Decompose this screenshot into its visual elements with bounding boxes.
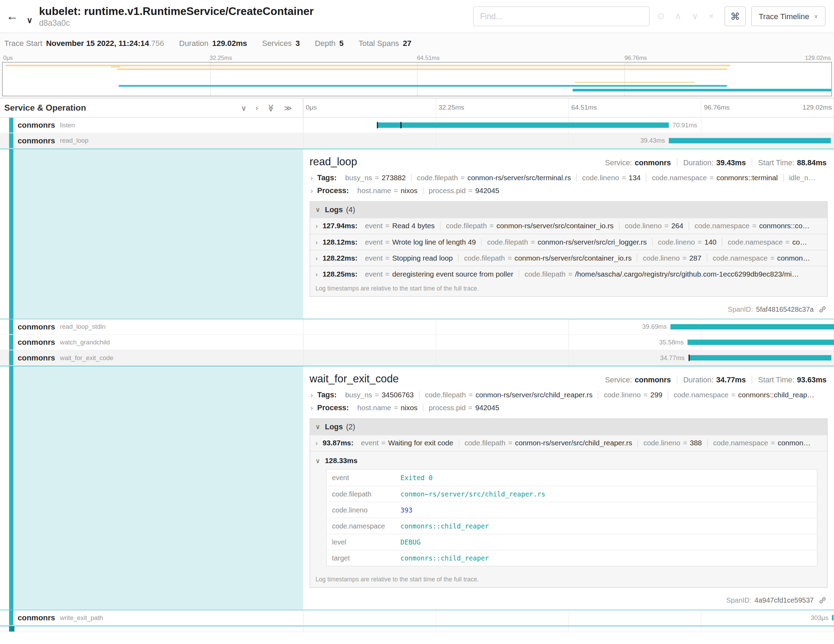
indent-fill [13,366,303,610]
span-name-cell[interactable]: conmonrs listen [0,118,303,133]
tags-row[interactable]: › Tags: busy_ns=273882code.filepath=conm… [310,173,828,182]
chevron-right-icon: › [310,186,313,194]
log-field-key: code.namespace [713,439,768,447]
span-track[interactable]: 35.58ms [303,335,834,350]
span-track[interactable]: 70.91ms [303,118,834,133]
table-row-partial[interactable] [0,626,834,632]
locate-icon[interactable]: ⊙ [657,11,664,22]
span-bar[interactable] [377,123,669,128]
span-bar[interactable] [669,138,831,143]
tags-row[interactable]: › Tags: busy_ns=34506763code.filepath=co… [310,390,828,399]
prev-match-icon[interactable]: ∧ [675,11,681,22]
logs-list: › 127.94ms: event=Read 4 bytescode.filep… [310,218,827,282]
span-detail-panel: read_loop Service:conmonrsDuration:39.43… [303,149,834,319]
log-field-value: conmon… [777,254,810,262]
log-field-value: co… [792,238,807,246]
log-field-value: conmon-rs/server/src/child_reaper.rs [515,439,632,447]
log-field-key: code.filepath [326,487,395,502]
span-bar[interactable] [688,340,834,345]
span-track[interactable]: 303μs [303,610,834,625]
span-name-cell[interactable]: conmonrs watch_grandchild [0,335,303,350]
table-row[interactable]: conmonrs listen 70.91ms [0,118,834,133]
summary-item: Total Spans27 [359,39,411,47]
timeline-header: Service & Operation ∨ › ≫ ≫ 0μs32.25ms64… [0,99,834,118]
table-row[interactable]: conmonrs read_loop 39.43ms [0,133,834,149]
keyboard-shortcuts-button[interactable]: ⌘ [724,6,746,26]
process-key: process.pid [429,404,466,412]
log-fields: event=Stopping read loopcode.filepath=co… [360,254,816,262]
table-row[interactable]: conmonrs read_loop_stdin 39.69ms [0,319,834,335]
back-button[interactable]: ← [0,0,25,33]
span-bar[interactable] [832,615,834,620]
next-match-icon[interactable]: ∨ [692,11,698,22]
summary-value: 5 [339,39,343,47]
span-tree-indent [0,149,303,319]
span-track[interactable]: 34.77ms [303,350,834,365]
process-value: nixos [401,186,417,194]
log-field-value: conmon… [777,439,811,447]
logs-footer-note: Log timestamps are relative to the start… [310,282,827,296]
minimap-canvas[interactable] [2,62,832,96]
log-field-row: code.filepath conmon−rs/server/src/child… [326,486,817,502]
log-pair: code.namespace=conmon… [707,439,816,447]
span-name-cell[interactable]: conmonrs wait_for_exit_code [0,350,303,365]
logs-header[interactable]: ∨ Logs (2) [310,419,827,435]
span-color-bar [9,335,13,350]
span-track[interactable]: 39.69ms [303,319,834,334]
minimap-tick-label: 0μs [3,55,13,61]
link-icon[interactable] [818,306,826,314]
equals-sign: = [770,254,774,262]
logs-title: Logs [325,422,343,431]
summary-label: Trace Start [4,39,42,47]
detail-title-row: wait_for_exit_code Service:conmonrsDurat… [310,373,828,385]
service-name: conmonrs [18,353,55,362]
log-field-key: code.namespace [695,222,750,230]
link-icon[interactable] [818,596,826,604]
log-entry[interactable]: › 93.87ms: event=Waiting for exit codeco… [310,435,827,451]
summary-item: Depth5 [315,39,344,47]
process-row[interactable]: › Process: host.name=nixosprocess.pid=94… [310,403,828,412]
log-entry[interactable]: › 127.94ms: event=Read 4 bytescode.filep… [310,218,827,234]
span-detail-wait-for-exit-code: wait_for_exit_code Service:conmonrsDurat… [0,366,834,610]
log-entry[interactable]: › 128.25ms: event=deregistering event so… [310,266,827,282]
span-name-cell[interactable]: conmonrs read_loop_stdin [0,319,303,334]
title-chevron-down-icon[interactable]: ∨ [27,15,33,25]
table-row[interactable]: conmonrs watch_grandchild 35.58ms [0,335,834,350]
minimap-tick-label: 96.76ms [624,55,647,61]
table-row[interactable]: conmonrs wait_for_exit_code 34.77ms [0,350,834,366]
chevron-right-icon: › [315,222,318,230]
equals-sign: = [394,404,398,412]
process-row[interactable]: › Process: host.name=nixosprocess.pid=94… [310,186,828,195]
span-name-cell[interactable]: conmonrs read_loop [0,133,303,148]
logs-section: ∨ Logs (4) › 127.94ms: event=Read 4 byte… [310,201,828,297]
log-entry[interactable]: › 128.22ms: event=Stopping read loopcode… [310,250,827,266]
span-bar[interactable] [671,324,834,330]
span-name-cell[interactable]: conmonrs write_exit_path [0,610,303,625]
equals-sign: = [375,174,379,181]
process-value: nixos [401,404,417,412]
clear-search-icon[interactable]: × [708,11,714,22]
expand-all-icon[interactable]: ≫ [284,104,292,112]
log-entry[interactable]: › 128.12ms: event=Wrote log line of leng… [310,234,827,250]
equals-sign: = [752,222,756,230]
log-timestamp: 128.22ms: [322,254,357,262]
logs-header[interactable]: ∨ Logs (4) [310,202,827,218]
log-field-key: code.lineno [625,222,661,230]
find-input[interactable] [473,6,649,26]
table-row[interactable]: conmonrs write_exit_path 303μs [0,610,834,626]
meta-value: conmonrs [635,375,671,384]
expand-one-icon[interactable]: › [255,104,258,112]
trace-view-selector[interactable]: Trace Timeline ∨ [751,6,826,26]
logs-count: (4) [346,205,355,214]
tag-key: busy_ns [345,174,372,181]
collapse-one-icon[interactable]: ∨ [241,104,247,112]
span-track[interactable]: 39.43ms [303,133,834,148]
tag-key: code.namespace [652,174,707,181]
log-expanded-header[interactable]: ∨ 128.33ms [312,454,825,469]
log-timestamp: 128.33ms [325,457,357,465]
summary-label: Total Spans [359,39,399,47]
collapse-all-icon[interactable]: ≫ [267,104,275,112]
log-field-key: code.namespace [713,254,768,262]
span-bar[interactable] [688,355,831,361]
tag-key: busy_ns [345,391,372,399]
